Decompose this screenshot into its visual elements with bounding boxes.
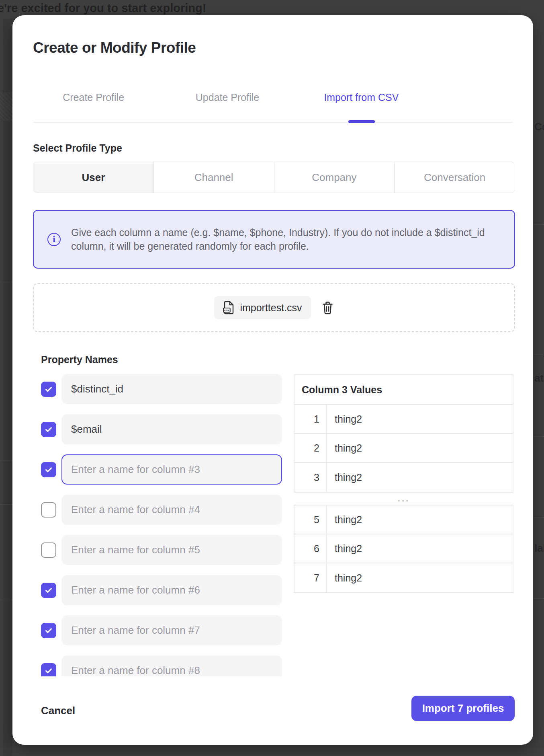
property-row: $distinct_id <box>41 374 282 404</box>
column-4-name-input[interactable]: Enter a name for column #4 <box>61 495 282 525</box>
svg-text:csv: csv <box>224 308 230 312</box>
backdrop-gridline <box>533 224 544 225</box>
table-row: 3 thing2 <box>294 463 513 492</box>
row-number: 5 <box>294 505 327 534</box>
property-row: Enter a name for column #7 <box>41 615 282 645</box>
create-or-modify-profile-dialog: Create or Modify Profile Create Profile … <box>12 15 533 745</box>
column-5-name-placeholder: Enter a name for column #5 <box>71 544 200 556</box>
column-8-name-placeholder: Enter a name for column #8 <box>71 664 200 676</box>
csv-dropzone[interactable]: csv importtest.csv <box>33 283 515 332</box>
column-1-checkbox[interactable] <box>41 382 56 397</box>
column-2-checkbox[interactable] <box>41 422 56 437</box>
tab-create-profile[interactable]: Create Profile <box>27 92 160 103</box>
row-value: thing2 <box>327 563 513 592</box>
column-8-checkbox[interactable] <box>41 663 56 677</box>
backdrop-banner-text: e're excited for you to start exploring! <box>0 2 206 15</box>
column-7-name-input[interactable]: Enter a name for column #7 <box>61 615 282 645</box>
dialog-tabs: Create Profile Update Profile Import fro… <box>27 92 428 103</box>
profile-type-user[interactable]: User <box>33 162 153 193</box>
backdrop-gridline <box>533 355 544 355</box>
column-6-name-input[interactable]: Enter a name for column #6 <box>61 575 282 605</box>
preview-table-header: Column 3 Values <box>294 375 513 405</box>
backdrop-text-fragment: Col <box>534 121 544 133</box>
info-circle-icon: i <box>47 233 61 246</box>
backdrop-gridline <box>0 601 12 601</box>
column-2-name-text: $email <box>71 423 102 436</box>
uploaded-file-chip: csv importtest.csv <box>214 296 311 319</box>
column-2-name-input[interactable]: $email <box>61 414 282 444</box>
property-row: Enter a name for column #5 <box>41 535 282 565</box>
property-row: Enter a name for column #8 <box>41 655 282 676</box>
column-4-name-placeholder: Enter a name for column #4 <box>71 503 200 516</box>
table-row: 2 thing2 <box>294 434 513 463</box>
row-value: thing2 <box>327 405 513 433</box>
backdrop-gridline <box>0 460 12 460</box>
trash-icon <box>321 301 334 315</box>
active-tab-indicator <box>348 120 375 123</box>
table-ellipsis: ... <box>294 493 513 505</box>
column-6-checkbox[interactable] <box>41 583 56 598</box>
column-4-checkbox[interactable] <box>41 502 56 518</box>
table-row: 5 thing2 <box>294 505 513 534</box>
column-1-name-text: $distinct_id <box>71 383 123 395</box>
profile-type-channel[interactable]: Channel <box>153 162 274 193</box>
column-5-name-input[interactable]: Enter a name for column #5 <box>61 535 282 565</box>
row-value: thing2 <box>327 463 513 492</box>
backdrop-gridline <box>533 598 544 599</box>
row-number: 1 <box>294 405 327 433</box>
column-3-name-placeholder: Enter a name for column #3 <box>71 463 200 476</box>
info-banner-text: Give each column a name (e.g. $name, $ph… <box>71 226 497 253</box>
row-number: 3 <box>294 463 327 492</box>
backdrop-divider <box>0 749 544 749</box>
import-profiles-button[interactable]: Import 7 profiles <box>411 696 515 721</box>
row-value: thing2 <box>327 505 513 534</box>
column-7-checkbox[interactable] <box>41 623 56 638</box>
backdrop-sidebar-edge <box>3 19 12 756</box>
column-3-checkbox[interactable] <box>41 462 56 477</box>
column-5-checkbox[interactable] <box>41 542 56 558</box>
dialog-title: Create or Modify Profile <box>33 39 196 56</box>
backdrop-text-fragment: lab <box>534 542 544 555</box>
profile-type-conversation[interactable]: Conversation <box>394 162 515 193</box>
property-row: $email <box>41 414 282 444</box>
column-values-preview: Column 3 Values 1 thing2 2 thing2 3 thin… <box>294 374 513 593</box>
backdrop-text-fragment: ata <box>534 372 544 384</box>
row-value: thing2 <box>327 534 513 563</box>
preview-table-top: Column 3 Values 1 thing2 2 thing2 3 thin… <box>294 374 513 493</box>
preview-table-bottom: 5 thing2 6 thing2 7 thing2 <box>294 505 513 593</box>
tab-update-profile[interactable]: Update Profile <box>160 92 294 103</box>
profile-type-company[interactable]: Company <box>274 162 395 193</box>
backdrop-gridline <box>533 517 544 518</box>
profile-type-segmented-control: User Channel Company Conversation <box>33 162 515 193</box>
csv-file-icon: csv <box>223 301 234 314</box>
column-8-name-input[interactable]: Enter a name for column #8 <box>61 655 282 676</box>
tabs-divider <box>33 122 513 123</box>
property-row: Enter a name for column #4 <box>41 495 282 525</box>
table-row: 6 thing2 <box>294 534 513 563</box>
row-value: thing2 <box>327 434 513 462</box>
property-names-label: Property Names <box>41 354 118 366</box>
tab-import-from-csv[interactable]: Import from CSV <box>294 92 428 103</box>
backdrop-gridline <box>0 504 12 505</box>
column-6-name-placeholder: Enter a name for column #6 <box>71 584 200 596</box>
property-row: Enter a name for column #3 <box>41 454 282 485</box>
column-7-name-placeholder: Enter a name for column #7 <box>71 624 200 637</box>
table-row: 1 thing2 <box>294 405 513 434</box>
property-names-list: $distinct_id $email Enter a name for col… <box>41 374 282 676</box>
row-number: 2 <box>294 434 327 462</box>
column-3-name-input[interactable]: Enter a name for column #3 <box>61 454 282 485</box>
delete-file-button[interactable] <box>321 301 334 315</box>
backdrop-gridline <box>533 436 544 437</box>
backdrop-gridline <box>0 283 12 283</box>
row-number: 6 <box>294 534 327 563</box>
profile-type-label: Select Profile Type <box>33 142 122 154</box>
column-1-name-input[interactable]: $distinct_id <box>61 374 282 404</box>
row-number: 7 <box>294 563 327 592</box>
uploaded-file-name: importtest.csv <box>240 302 302 314</box>
cancel-button[interactable]: Cancel <box>41 698 75 723</box>
table-row: 7 thing2 <box>294 563 513 592</box>
property-row: Enter a name for column #6 <box>41 575 282 605</box>
column-naming-info-banner: i Give each column a name (e.g. $name, $… <box>33 210 515 269</box>
